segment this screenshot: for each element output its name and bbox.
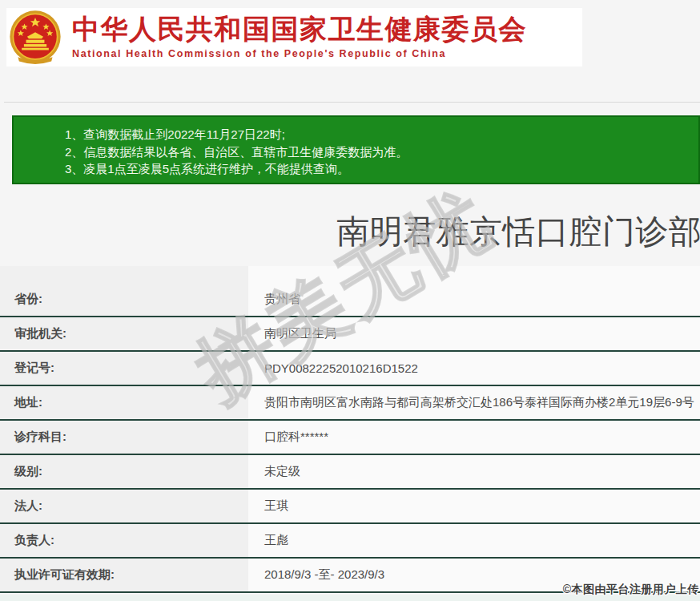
field-label: 地址:	[0, 386, 248, 419]
field-label: 审批机关:	[0, 317, 248, 350]
field-value: 王琪	[248, 490, 700, 522]
site-title-chinese: 中华人民共和国国家卫生健康委员会	[72, 15, 527, 44]
notice-line: 1、查询数据截止到2022年11月27日22时;	[65, 126, 690, 143]
site-titles: 中华人民共和国国家卫生健康委员会 National Health Commiss…	[72, 15, 527, 59]
table-row: 登记号: PDY00822252010216D1522	[0, 352, 700, 386]
table-row: 级别: 未定级	[0, 455, 700, 490]
field-value: 南明区卫生局	[248, 317, 700, 350]
table-top-spacer	[0, 266, 700, 283]
field-value: 口腔科******	[248, 421, 700, 454]
field-value: 贵阳市南明区富水南路与都司高架桥交汇处186号泰祥国际商办楼2单元19层6-9号	[248, 386, 700, 419]
china-national-emblem-icon	[8, 10, 62, 66]
header-divider-line	[4, 102, 700, 103]
field-value: 王彪	[248, 524, 700, 557]
table-row: 负责人: 王彪	[0, 524, 700, 559]
field-label: 负责人:	[0, 524, 248, 557]
table-row: 省份: 贵州省	[0, 283, 700, 317]
notice-line: 2、信息数据结果以各省、自治区、直辖市卫生健康委数据为准。	[65, 143, 690, 161]
site-header-banner: 中华人民共和国国家卫生健康委员会 National Health Commiss…	[6, 8, 582, 67]
table-row: 诊疗科目: 口腔科******	[0, 421, 700, 455]
notice-lines: 1、查询数据截止到2022年11月27日22时;2、信息数据结果以各省、自治区、…	[65, 126, 690, 178]
query-result-page: 中华人民共和国国家卫生健康委员会 National Health Commiss…	[0, 0, 700, 601]
institution-name-title: 南明君雅京恬口腔门诊部	[336, 210, 700, 254]
field-label: 执业许可证有效期:	[0, 559, 248, 591]
field-label: 省份:	[0, 283, 248, 316]
field-label: 法人:	[0, 490, 248, 522]
table-row: 地址: 贵阳市南明区富水南路与都司高架桥交汇处186号泰祥国际商办楼2单元19层…	[0, 386, 700, 421]
query-notice-box: 1、查询数据截止到2022年11月27日22时;2、信息数据结果以各省、自治区、…	[12, 115, 700, 184]
upload-copyright-note: ©本图由平台注册用户上传	[563, 583, 699, 597]
license-info-table: 省份: 贵州省 审批机关: 南明区卫生局 登记号: PDY00822252010…	[0, 266, 700, 593]
table-row: 法人: 王琪	[0, 490, 700, 524]
field-value: PDY00822252010216D1522	[248, 352, 700, 385]
field-value: 未定级	[248, 455, 700, 488]
table-row: 审批机关: 南明区卫生局	[0, 317, 700, 352]
notice-line: 3、凌晨1点至凌晨5点系统进行维护，不能提供查询。	[65, 160, 690, 178]
field-value: 贵州省	[248, 283, 700, 316]
field-label: 诊疗科目:	[0, 421, 248, 454]
field-label: 级别:	[0, 455, 248, 488]
field-label: 登记号:	[0, 352, 248, 385]
table-rows: 省份: 贵州省 审批机关: 南明区卫生局 登记号: PDY00822252010…	[0, 283, 700, 593]
site-title-english: National Health Commission of the People…	[72, 48, 527, 59]
